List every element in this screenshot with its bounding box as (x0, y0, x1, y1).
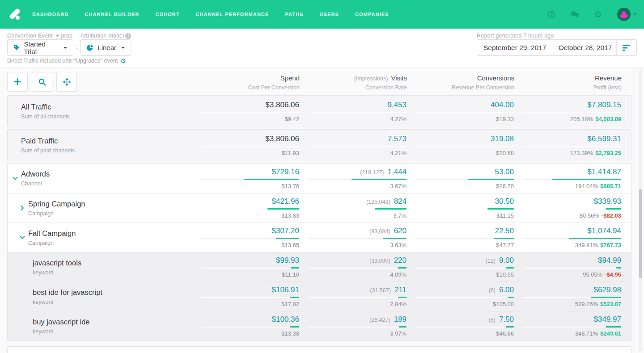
revenue-cell: $6,599.31173.39%$2,793.25 (514, 134, 621, 156)
metric-sub-value: 589.26%$523.07 (514, 301, 621, 307)
metric-value[interactable]: 620 (394, 227, 407, 235)
conversions-cell: 404.00$19.33 (407, 101, 514, 122)
metric-bar (523, 267, 621, 269)
conversions-cell: 22.50$47.77 (407, 227, 514, 248)
metric-bar (308, 326, 407, 328)
table-row[interactable]: Paid Traffic Sum of paid channels $3,806… (8, 130, 631, 161)
date-range-picker[interactable]: September 29, 2017 – October 28, 2017 (477, 39, 637, 56)
table-row[interactable]: Adwords Channel $729.16$13.76 (218,127)1… (8, 164, 631, 193)
metric-value[interactable]: $421.96 (272, 197, 299, 206)
nav-item-channel-builder[interactable]: CHANNEL BUILDER (85, 12, 139, 17)
attribution-model-select[interactable]: Linear (80, 39, 131, 56)
metric-value[interactable]: $7,809.15 (587, 101, 621, 109)
metric-value[interactable]: 22.50 (495, 227, 514, 235)
metric-value[interactable]: 9,453 (387, 101, 407, 109)
metric-sub-value: $10.55 (407, 271, 514, 278)
metric-value[interactable]: 6.00 (499, 286, 514, 294)
visits-cell: 7,5734.21% (299, 134, 407, 156)
metric-value[interactable]: 7.50 (499, 315, 514, 324)
revenue-cell: $629.98589.26%$523.07 (514, 286, 621, 307)
nav-item-paths[interactable]: PATHS (285, 12, 303, 17)
profit-value: $523.07 (600, 301, 621, 307)
metric-value[interactable]: 220 (394, 256, 407, 265)
nav-item-companies[interactable]: COMPANIES (355, 12, 389, 17)
info-icon[interactable]: i (125, 33, 131, 39)
column-header-spend[interactable]: Spend Cost Per Conversion (192, 72, 300, 91)
column-header-conversions[interactable]: Conversions Revenue Per Conversion (407, 72, 514, 91)
metric-value[interactable]: $1,074.94 (587, 227, 621, 235)
metric-value[interactable]: $307.20 (272, 227, 299, 235)
reorder-button[interactable] (56, 72, 77, 92)
table-row[interactable]: buy javascript ide keyword $100.36$13.38… (8, 311, 631, 340)
metric-value[interactable]: 1,444 (387, 168, 407, 176)
spend-cell: $3,806.06$11.93 (192, 134, 299, 156)
add-prop-link[interactable]: + prop (56, 33, 72, 39)
column-header-revenue[interactable]: Revenue Profit (loss) (514, 72, 622, 91)
metric-value[interactable]: $106.91 (272, 286, 299, 294)
metric-value[interactable]: $94.99 (598, 256, 621, 265)
metric-value[interactable]: 53.00 (495, 168, 514, 176)
nav-item-dashboard[interactable]: DASHBOARD (32, 12, 68, 17)
table-row[interactable]: Video Channel $380.80 875 14.00 $944.07 (8, 347, 631, 353)
scrollbar-thumb[interactable] (639, 189, 642, 278)
chat-icon[interactable] (571, 10, 579, 19)
metric-value[interactable]: $6,599.31 (587, 134, 621, 143)
note-settings-gear-icon[interactable]: ⚙ (120, 57, 126, 64)
column-header-visits[interactable]: (Impressions)Visits Conversion Rate (300, 72, 407, 91)
metric-value[interactable]: 211 (394, 286, 407, 294)
metric-value[interactable]: $339.93 (594, 197, 621, 206)
metric-value[interactable]: $349.97 (594, 315, 621, 324)
table-row[interactable]: All Traffic Sum of all channels $3,806.0… (8, 96, 631, 127)
metric-value[interactable]: $729.16 (272, 168, 299, 176)
metric-bar (308, 179, 407, 180)
account-menu[interactable] (617, 8, 637, 21)
pie-chart-icon (87, 44, 93, 51)
row-subtitle: keyword (33, 269, 192, 276)
conversions-cell: 319.08$20.68 (407, 134, 514, 156)
row-expand-chevron[interactable] (19, 236, 25, 239)
metric-value: $3,806.06 (265, 101, 299, 109)
date-start: September 29, 2017 (483, 44, 546, 52)
metric-value[interactable]: 30.50 (495, 197, 514, 206)
metric-secondary-value: (12) (486, 258, 496, 264)
metric-value[interactable]: $1,414.87 (587, 168, 621, 176)
metric-secondary-value: (33,090) (369, 258, 390, 264)
metric-value[interactable]: 7,573 (387, 134, 407, 143)
metric-value[interactable]: $99.93 (276, 256, 299, 265)
table-row[interactable]: best ide for javascript keyword $106.91$… (8, 282, 631, 311)
search-button[interactable] (32, 72, 52, 92)
metric-sub-value: $11.93 (192, 150, 299, 156)
row-title: Spring Campaign (28, 200, 192, 208)
add-channel-button[interactable] (7, 72, 28, 92)
nav-item-channel-performance[interactable]: CHANNEL PERFORMANCE (196, 12, 269, 17)
table-row[interactable]: Spring Campaign Campaign $421.96$13.83 (… (8, 193, 631, 223)
settings-gear-icon[interactable]: ⚙ (594, 10, 602, 19)
conversion-event-select[interactable]: Started Trial (7, 39, 73, 56)
row-head: javascript tools keyword (33, 259, 192, 276)
metric-value[interactable]: 824 (394, 197, 407, 206)
metric-value[interactable]: 9.00 (499, 256, 514, 265)
metric-value[interactable]: 319.08 (491, 134, 514, 143)
metric-value[interactable]: 404.00 (491, 101, 514, 109)
row-title: javascript tools (33, 259, 192, 267)
row-expand-chevron[interactable] (19, 206, 25, 210)
table-row[interactable]: javascript tools keyword $99.93$11.10 (3… (8, 252, 631, 282)
filter-icon[interactable] (617, 45, 636, 51)
help-icon[interactable]: ? (547, 10, 556, 19)
table-row[interactable]: Fall Campaign Campaign $307.20$13.65 (93… (8, 223, 631, 252)
search-icon (38, 78, 46, 86)
metric-bar (308, 146, 407, 147)
revenue-cell: $94.9995.05%-$4.95 (514, 256, 621, 278)
row-expand-chevron[interactable] (12, 177, 18, 180)
app-logo-icon[interactable] (8, 7, 23, 22)
metric-bar (415, 146, 514, 147)
metric-sub-value: 3.63% (299, 242, 407, 248)
nav-item-users[interactable]: USERS (320, 12, 339, 17)
nav-item-cohort[interactable]: COHORT (155, 12, 179, 17)
profit-value: $2,793.25 (595, 150, 621, 156)
metric-value[interactable]: $100.36 (272, 315, 299, 324)
metric-value[interactable]: 189 (394, 315, 407, 324)
spend-cell: $421.96$13.83 (192, 197, 299, 219)
metric-value[interactable]: $629.98 (594, 286, 621, 294)
metric-bar (201, 267, 299, 269)
